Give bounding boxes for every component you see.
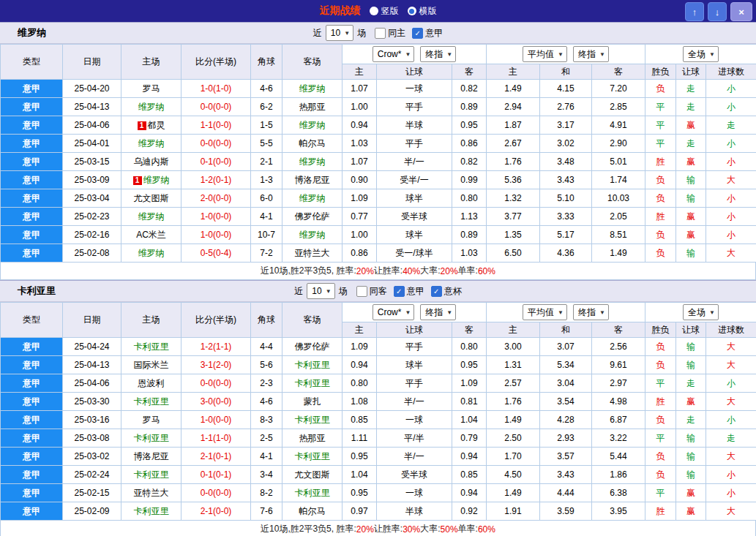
recent-label: 近: [294, 285, 303, 298]
score-cell: 1-0(1-0): [181, 80, 251, 98]
home-team-cell: 卡利亚里: [121, 393, 181, 411]
filter-checkbox[interactable]: 同主: [375, 27, 405, 39]
corner-cell: 6-2: [251, 98, 282, 116]
league-cell: 意甲: [1, 189, 63, 208]
result-goals-cell: 小: [706, 208, 756, 226]
euro-home-odds-cell: 1.49: [487, 484, 540, 502]
col-header-league: 类型: [1, 45, 63, 80]
move-down-button[interactable]: ↓: [708, 2, 727, 21]
team-name-text: 罗马: [143, 83, 160, 94]
bookmaker-select[interactable]: Crow*▼: [373, 304, 415, 320]
date-cell: 25-04-01: [63, 135, 121, 153]
team-name-text: 博洛尼亚: [295, 175, 330, 185]
euro-away-header: 客: [592, 322, 645, 338]
move-up-button[interactable]: ↑: [685, 2, 704, 21]
home-team-cell: 乌迪内斯: [121, 153, 181, 171]
titlebar-buttons: ↑ ↓ ×: [685, 2, 752, 21]
asia-odds-type-select[interactable]: 终指▼: [420, 46, 456, 62]
filter-checkbox[interactable]: ✓意甲: [412, 27, 443, 39]
col-header-home: 主场: [121, 303, 181, 338]
asia-handicap-cell: 半球: [377, 116, 452, 135]
asia-home-odds-cell: 1.09: [343, 189, 377, 208]
asia-odds-type-select[interactable]: 终指▼: [420, 304, 456, 320]
euro-odds-type-select[interactable]: 终指▼: [573, 304, 609, 320]
euro-home-odds-cell: 1.91: [487, 502, 540, 521]
bookmaker-select[interactable]: Crow*▼: [373, 46, 415, 62]
checkbox-unchecked-icon[interactable]: [356, 286, 367, 297]
select-value: Crow*: [378, 49, 402, 59]
filter-checkbox[interactable]: ✓意甲: [394, 285, 424, 298]
euro-away-odds-cell: 2.85: [592, 98, 645, 116]
home-team-cell: 国际米兰: [121, 356, 181, 374]
asia-home-odds-cell: 0.90: [343, 171, 377, 189]
summary-text: 60%: [478, 524, 495, 535]
recent-count-select[interactable]: 10 ▼: [326, 25, 353, 41]
filter-checkbox[interactable]: 同客: [356, 285, 387, 298]
close-button[interactable]: ×: [730, 2, 752, 21]
away-team-cell: 卡利亚里: [282, 374, 343, 393]
score-cell: 2-1(0-1): [181, 448, 251, 466]
team-name-text: 罗马: [143, 415, 160, 425]
away-team-cell: 维罗纳: [282, 226, 343, 244]
filter-checkbox[interactable]: ✓意杯: [431, 285, 462, 298]
asia-home-odds-cell: 1.04: [343, 466, 377, 484]
team-name-text: 卡利亚里: [134, 396, 169, 407]
down-arrow-icon: ↓: [715, 7, 720, 18]
euro-average-select[interactable]: 平均值▼: [523, 304, 567, 320]
checkbox-unchecked-icon[interactable]: [375, 28, 386, 39]
result-handicap-cell: 输: [676, 429, 706, 448]
scope-select[interactable]: 全场▼: [683, 304, 719, 320]
summary-text: 近10场,胜2平3负5, 胜率:: [261, 265, 356, 277]
match-row: 意甲25-03-15乌迪内斯0-1(0-0)2-1维罗纳1.07半/一0.821…: [1, 153, 756, 171]
match-row: 意甲25-02-23维罗纳1-0(0-0)4-1佛罗伦萨0.77受半球1.133…: [1, 208, 756, 226]
asia-away-odds-cell: 0.94: [452, 484, 487, 502]
corner-cell: 2-1: [251, 153, 282, 171]
col-header-corner: 角球: [251, 45, 282, 80]
euro-home-odds-cell: 5.36: [487, 171, 540, 189]
team-name-text: 帕尔马: [299, 506, 326, 516]
league-cell: 意甲: [1, 429, 63, 448]
euro-home-odds-cell: 6.50: [487, 244, 540, 263]
select-value: 终指: [578, 306, 596, 319]
radio-horizontal-layout[interactable]: 横版: [408, 5, 437, 18]
euro-home-odds-cell: 2.94: [487, 98, 540, 116]
euro-average-select[interactable]: 平均值▼: [523, 46, 567, 62]
date-cell: 25-03-09: [63, 171, 121, 189]
date-cell: 25-04-20: [63, 80, 121, 98]
result-wdl-cell: 负: [645, 411, 676, 429]
checkbox-checked-icon[interactable]: ✓: [431, 286, 442, 297]
summary-text: 60%: [478, 266, 495, 276]
chevron-down-icon: ▼: [344, 30, 350, 37]
checkbox-checked-icon[interactable]: ✓: [394, 286, 405, 297]
checkbox-checked-icon[interactable]: ✓: [412, 28, 423, 39]
result-wdl-header: 胜负: [645, 64, 676, 80]
scope-select[interactable]: 全场▼: [683, 46, 719, 62]
section-header: 卡利亚里 近 10 ▼ 场 同客✓意甲✓意杯: [0, 280, 756, 302]
home-team-cell: 恩波利: [121, 374, 181, 393]
asia-away-odds-cell: 0.80: [452, 189, 487, 208]
date-cell: 25-04-13: [63, 98, 121, 116]
radio-unchecked-icon[interactable]: [370, 7, 378, 15]
euro-draw-odds-cell: 3.33: [540, 208, 592, 226]
euro-odds-type-select[interactable]: 终指▼: [573, 46, 609, 62]
asia-away-odds-cell: 0.79: [452, 429, 487, 448]
result-wdl-header: 胜负: [645, 322, 676, 338]
match-row: 意甲25-02-09卡利亚里2-1(0-0)7-6帕尔马0.97半球0.921.…: [1, 502, 756, 521]
date-cell: 25-03-30: [63, 393, 121, 411]
recent-count-select[interactable]: 10 ▼: [307, 283, 334, 299]
asia-home-odds-cell: 1.11: [343, 429, 377, 448]
result-goals-cell: 小: [706, 411, 756, 429]
asia-home-odds-cell: 0.95: [343, 484, 377, 502]
match-row: 意甲25-04-061都灵1-1(0-0)1-5维罗纳0.94半球0.951.8…: [1, 116, 756, 135]
asia-away-odds-cell: 0.92: [452, 502, 487, 521]
asia-handicap-cell: 平手: [377, 374, 452, 393]
select-value: 终指: [578, 48, 596, 61]
radio-vertical-layout[interactable]: 竖版: [370, 5, 399, 18]
euro-draw-odds-cell: 3.07: [540, 338, 592, 356]
summary-text: 让胜率:: [374, 523, 403, 535]
radio-checked-icon[interactable]: [408, 7, 416, 15]
close-icon: ×: [738, 7, 744, 18]
match-row: 意甲25-04-24卡利亚里1-2(1-1)4-4佛罗伦萨1.09平手0.803…: [1, 338, 756, 356]
team-name-text: 卡利亚里: [295, 488, 330, 498]
chevron-down-icon: ▼: [558, 309, 564, 316]
